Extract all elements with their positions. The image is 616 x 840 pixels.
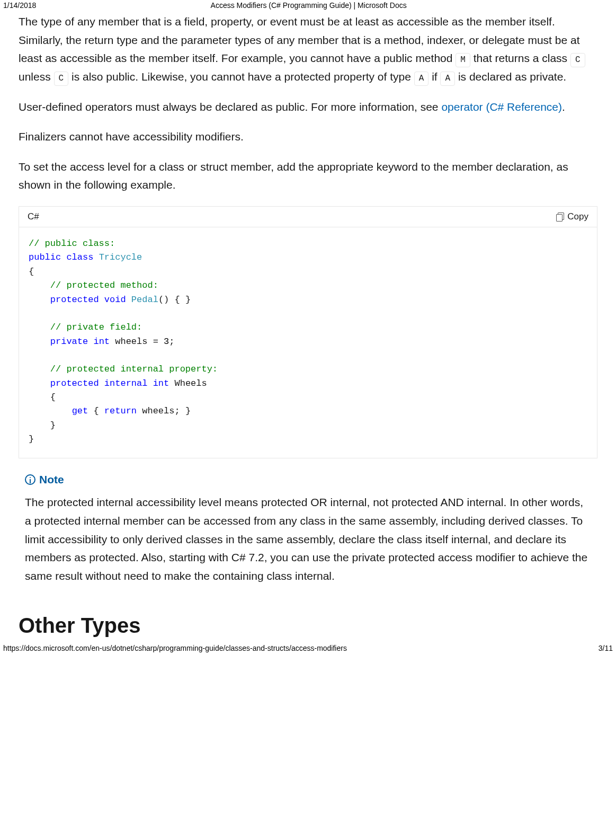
code-body: // public class: public class Tricycle {… xyxy=(19,227,597,458)
text: if xyxy=(428,70,440,83)
note-title-text: Note xyxy=(39,473,64,486)
footer-url: https://docs.microsoft.com/en-us/dotnet/… xyxy=(3,644,347,652)
inline-code-m: M xyxy=(456,53,470,67)
inline-code-c: C xyxy=(570,53,585,67)
text: that returns a class xyxy=(470,52,570,64)
code-header: C# Copy xyxy=(19,207,597,227)
paragraph-operators: User-defined operators must always be de… xyxy=(19,98,597,117)
note-box: Note The protected internal accessibilit… xyxy=(19,473,597,585)
note-text: The protected internal accessibility lev… xyxy=(25,493,591,585)
paragraph-finalizers: Finalizers cannot have accessibility mod… xyxy=(19,128,597,146)
paragraph-accessibility-types: The type of any member that is a field, … xyxy=(19,13,597,86)
footer-page: 3/11 xyxy=(599,644,613,652)
text: . xyxy=(562,101,565,113)
inline-code-a2: A xyxy=(440,72,455,86)
print-title: Access Modifiers (C# Programming Guide) … xyxy=(36,1,581,10)
text: User-defined operators must always be de… xyxy=(19,101,441,113)
print-footer: https://docs.microsoft.com/en-us/dotnet/… xyxy=(0,638,616,653)
text: is declared as private. xyxy=(455,70,566,83)
paragraph-set-access: To set the access level for a class or s… xyxy=(19,158,597,194)
print-date: 1/14/2018 xyxy=(3,1,36,10)
inline-code-a: A xyxy=(414,72,429,86)
inline-code-c2: C xyxy=(54,72,69,86)
info-icon xyxy=(25,474,35,485)
code-language-label: C# xyxy=(28,211,39,222)
copy-label: Copy xyxy=(567,211,588,222)
copy-button[interactable]: Copy xyxy=(556,211,588,222)
article-content: The type of any member that is a field, … xyxy=(0,13,616,638)
heading-other-types: Other Types xyxy=(19,614,597,638)
operator-reference-link[interactable]: operator (C# Reference) xyxy=(441,101,562,113)
text: unless xyxy=(19,70,54,83)
text: is also public. Likewise, you cannot hav… xyxy=(68,70,414,83)
code-block: C# Copy // public class: public class Tr… xyxy=(19,206,597,458)
note-title: Note xyxy=(25,473,591,486)
print-header: 1/14/2018 Access Modifiers (C# Programmi… xyxy=(0,0,616,13)
copy-icon xyxy=(556,213,564,222)
